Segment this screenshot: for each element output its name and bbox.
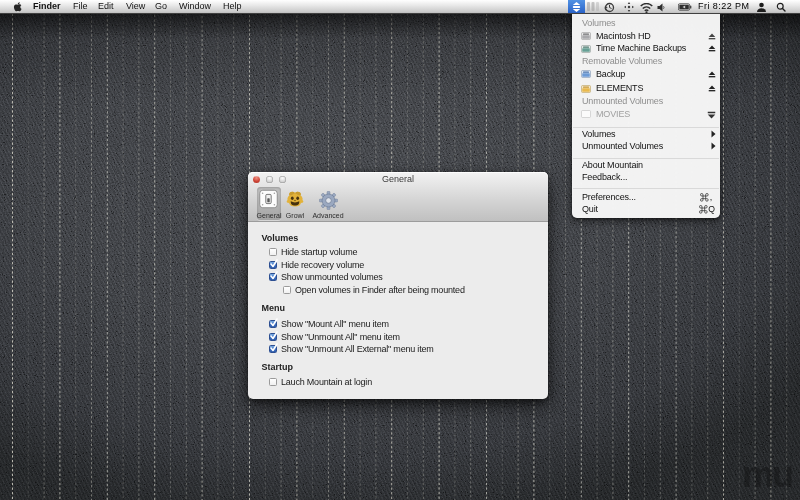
- svg-text:mu: mu: [742, 454, 792, 495]
- svg-text:Q: Q: [708, 205, 715, 214]
- svg-text:,: ,: [710, 193, 713, 202]
